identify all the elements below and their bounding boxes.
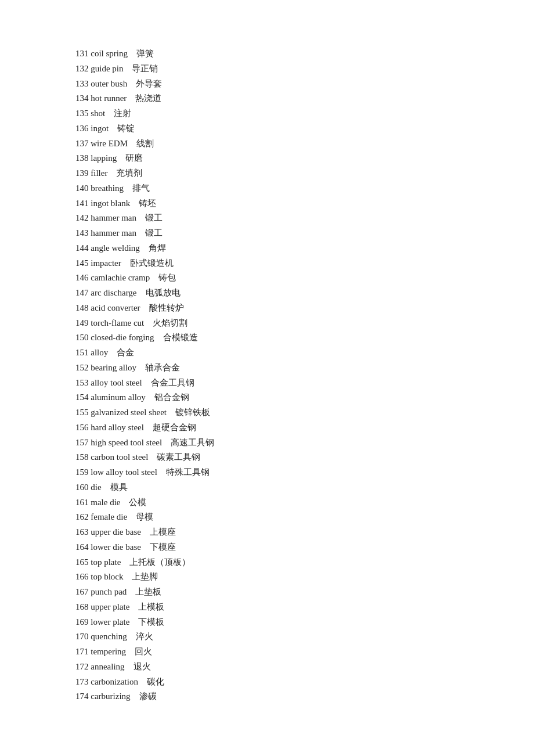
entry-text: 143 hammer man 锻工: [75, 228, 163, 237]
entry-text: 145 impacter 卧式锻造机: [75, 258, 174, 268]
list-item: 160 die 模具: [75, 480, 459, 495]
entry-text: 139 filler 充填剂: [75, 168, 142, 178]
list-item: 171 tempering 回火: [75, 645, 459, 659]
entry-text: 166 top block 上垫脚: [75, 572, 158, 581]
list-item: 132 guide pin 导正销: [75, 62, 459, 76]
entry-text: 163 upper die base 上模座: [75, 527, 176, 537]
entry-text: 146 camlachie cramp 铸包: [75, 273, 176, 282]
list-item: 159 low alloy tool steel 特殊工具钢: [75, 465, 459, 480]
entry-text: 133 outer bush 外导套: [75, 79, 162, 88]
list-item: 163 upper die base 上模座: [75, 525, 459, 539]
entry-text: 158 carbon tool steel 碳素工具钢: [75, 452, 200, 462]
list-item: 143 hammer man 锻工: [75, 226, 459, 240]
entry-text: 147 arc discharge 电弧放电: [75, 288, 181, 297]
entry-text: 141 ingot blank 铸坯: [75, 199, 156, 208]
list-item: 135 shot 注射: [75, 106, 459, 121]
list-item: 140 breathing 排气: [75, 181, 459, 196]
list-item: 161 male die 公模: [75, 495, 459, 510]
list-item: 153 alloy tool steel 合金工具钢: [75, 376, 459, 390]
list-item: 136 ingot 铸锭: [75, 121, 459, 136]
entry-text: 173 carbonization 碳化: [75, 677, 164, 686]
entry-text: 170 quenching 淬火: [75, 632, 153, 641]
list-item: 165 top plate 上托板（顶板）: [75, 555, 459, 570]
entry-text: 144 angle welding 角焊: [75, 243, 166, 253]
entry-text: 151 alloy 合金: [75, 348, 134, 357]
entry-text: 174 carburizing 渗碳: [75, 692, 157, 701]
entry-text: 153 alloy tool steel 合金工具钢: [75, 378, 194, 387]
entry-text: 136 ingot 铸锭: [75, 124, 135, 133]
entry-text: 131 coil spring 弹簧: [75, 49, 154, 58]
entry-text: 140 breathing 排气: [75, 183, 150, 193]
list-item: 145 impacter 卧式锻造机: [75, 256, 459, 271]
entry-text: 167 punch pad 上垫板: [75, 587, 161, 596]
entry-text: 155 galvanized steel sheet 镀锌铁板: [75, 408, 210, 417]
list-item: 148 acid converter 酸性转炉: [75, 301, 459, 315]
main-content: 131 coil spring 弹簧132 guide pin 导正销133 o…: [0, 0, 534, 751]
entry-text: 157 high speed tool steel 高速工具钢: [75, 438, 214, 447]
entry-text: 142 hammer man 锻工: [75, 213, 163, 222]
list-item: 151 alloy 合金: [75, 345, 459, 360]
list-item: 172 annealing 退火: [75, 660, 459, 674]
list-item: 155 galvanized steel sheet 镀锌铁板: [75, 405, 459, 420]
list-item: 137 wire EDM 线割: [75, 136, 459, 151]
entry-text: 169 lower plate 下模板: [75, 617, 164, 627]
entry-text: 156 hard alloy steel 超硬合金钢: [75, 423, 196, 432]
list-item: 149 torch-flame cut 火焰切割: [75, 316, 459, 330]
list-item: 170 quenching 淬火: [75, 629, 459, 644]
entry-text: 164 lower die base 下模座: [75, 542, 176, 552]
entry-text: 161 male die 公模: [75, 498, 146, 507]
list-item: 144 angle welding 角焊: [75, 241, 459, 255]
entry-text: 160 die 模具: [75, 483, 128, 492]
list-item: 156 hard alloy steel 超硬合金钢: [75, 420, 459, 435]
entry-text: 138 lapping 研磨: [75, 153, 143, 163]
list-item: 142 hammer man 锻工: [75, 211, 459, 225]
list-item: 146 camlachie cramp 铸包: [75, 271, 459, 285]
list-item: 168 upper plate 上模板: [75, 600, 459, 614]
entry-text: 165 top plate 上托板（顶板）: [75, 557, 190, 567]
list-item: 167 punch pad 上垫板: [75, 585, 459, 599]
entry-text: 159 low alloy tool steel 特殊工具钢: [75, 467, 210, 477]
list-item: 162 female die 母模: [75, 510, 459, 524]
entry-text: 172 annealing 退火: [75, 662, 151, 671]
entry-text: 148 acid converter 酸性转炉: [75, 303, 184, 312]
list-item: 158 carbon tool steel 碳素工具钢: [75, 450, 459, 465]
entry-text: 135 shot 注射: [75, 109, 131, 118]
list-item: 138 lapping 研磨: [75, 151, 459, 165]
list-item: 134 hot runner 热浇道: [75, 91, 459, 106]
entry-text: 134 hot runner 热浇道: [75, 93, 161, 103]
list-item: 139 filler 充填剂: [75, 166, 459, 181]
list-item: 154 aluminum alloy 铝合金钢: [75, 390, 459, 405]
entry-text: 132 guide pin 导正销: [75, 64, 158, 73]
entry-text: 137 wire EDM 线割: [75, 139, 154, 148]
list-item: 150 closed-die forging 合模锻造: [75, 330, 459, 345]
list-item: 157 high speed tool steel 高速工具钢: [75, 435, 459, 450]
list-item: 166 top block 上垫脚: [75, 570, 459, 584]
list-item: 164 lower die base 下模座: [75, 540, 459, 555]
entry-text: 152 bearing alloy 轴承合金: [75, 363, 180, 372]
entry-text: 162 female die 母模: [75, 512, 153, 521]
list-item: 152 bearing alloy 轴承合金: [75, 361, 459, 375]
entry-text: 154 aluminum alloy 铝合金钢: [75, 393, 189, 402]
list-item: 173 carbonization 碳化: [75, 675, 459, 689]
list-item: 133 outer bush 外导套: [75, 77, 459, 91]
entry-text: 150 closed-die forging 合模锻造: [75, 333, 198, 342]
list-item: 141 ingot blank 铸坯: [75, 196, 459, 211]
list-item: 174 carburizing 渗碳: [75, 689, 459, 704]
list-item: 131 coil spring 弹簧: [75, 46, 459, 61]
entry-text: 149 torch-flame cut 火焰切割: [75, 318, 187, 327]
entry-text: 171 tempering 回火: [75, 647, 152, 656]
list-item: 169 lower plate 下模板: [75, 615, 459, 629]
list-item: 147 arc discharge 电弧放电: [75, 286, 459, 300]
entry-text: 168 upper plate 上模板: [75, 602, 164, 611]
